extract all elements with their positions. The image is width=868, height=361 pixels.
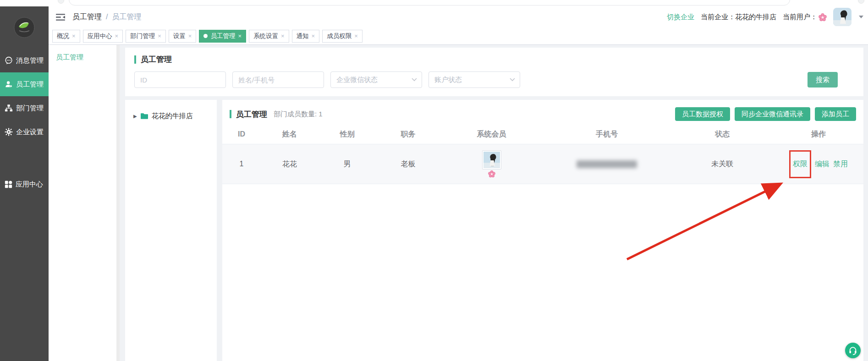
tab-app-center[interactable]: 应用中心 ×	[83, 30, 123, 43]
tab-close-icon[interactable]: ×	[115, 33, 119, 39]
company-logo	[0, 6, 49, 49]
sidebar-item-app-center[interactable]: 应用中心	[0, 172, 49, 196]
sidebar-item-label: 应用中心	[16, 180, 43, 189]
user-menu-caret-icon[interactable]	[859, 16, 863, 18]
current-user-label: 当前用户：	[783, 13, 817, 22]
account-status-placeholder: 账户状态	[434, 76, 462, 84]
tab-close-icon[interactable]: ×	[281, 33, 285, 39]
app-window: 消息管理 员工管理 部门管理	[0, 6, 868, 361]
tabbar: 概况 × 应用中心 × 部门管理 × 设置 × 员工管理 × 系统设置	[49, 27, 868, 45]
permission-link[interactable]: 权限	[793, 160, 808, 168]
content-area: 员工管理 企业微信状态 账户状态	[120, 45, 868, 361]
chevron-down-icon	[510, 78, 515, 82]
highlight-red-box: 权限	[789, 150, 811, 178]
tab-settings[interactable]: 设置 ×	[169, 30, 197, 43]
tab-system-settings[interactable]: 系统设置 ×	[249, 30, 289, 43]
sidebar-item-employees[interactable]: 员工管理	[0, 72, 49, 96]
id-input[interactable]	[134, 71, 226, 88]
gear-icon	[5, 128, 13, 136]
tab-notifications[interactable]: 通知 ×	[292, 30, 320, 43]
tab-close-icon[interactable]: ×	[158, 33, 161, 39]
sidebar-item-company-settings[interactable]: 企业设置	[0, 120, 49, 144]
message-icon	[5, 56, 13, 65]
tab-label: 成员权限	[327, 32, 352, 40]
add-employee-button[interactable]: 添加员工	[815, 107, 856, 121]
browser-address-bar[interactable]	[69, 0, 790, 5]
cell-status: 未关联	[671, 159, 774, 169]
sidebar-item-messages[interactable]: 消息管理	[0, 49, 49, 72]
wechat-status-select[interactable]: 企业微信状态	[330, 71, 422, 88]
cell-actions: 权限 编辑 禁用	[774, 150, 863, 178]
employee-icon	[5, 80, 13, 88]
tree-node-root[interactable]: ▶ 花花的牛排店	[133, 112, 217, 120]
member-count: 部门成员数量: 1	[274, 110, 323, 119]
column-header-member: 系统会员	[440, 130, 543, 139]
active-tab-dot	[203, 34, 208, 38]
sidebar-item-departments[interactable]: 部门管理	[0, 96, 49, 120]
tab-label: 部门管理	[130, 32, 155, 40]
employee-table-panel: 员工管理 部门成员数量: 1 员工数据授权 同步企业微信通讯录 添加员工 ID	[222, 100, 863, 361]
collapse-sidebar-button[interactable]	[56, 13, 65, 21]
breadcrumb: 员工管理 / 员工管理	[72, 12, 141, 22]
current-user: 当前用户：	[783, 12, 827, 22]
folder-icon	[140, 113, 148, 120]
user-avatar[interactable]	[833, 8, 852, 26]
browser-toolbar-sliver	[0, 0, 868, 6]
customer-service-button[interactable]	[845, 343, 861, 358]
breadcrumb-separator: /	[106, 13, 108, 21]
switch-company-link[interactable]: 切换企业	[667, 13, 694, 22]
column-header-name: 姓名	[261, 130, 319, 139]
sidebar-item-label: 员工管理	[16, 80, 44, 89]
table-column-headers: ID 姓名 性别 职务 系统会员 手机号 状态 操作	[222, 125, 863, 144]
tree-node-label: 花花的牛排店	[152, 112, 193, 120]
title-accent-bar	[230, 110, 231, 118]
tab-departments[interactable]: 部门管理 ×	[126, 30, 166, 43]
tab-label: 设置	[173, 32, 186, 40]
hamburger-fold-icon	[56, 13, 65, 21]
tab-member-permissions[interactable]: 成员权限 ×	[322, 30, 363, 43]
wechat-status-placeholder: 企业微信状态	[336, 76, 378, 84]
topbar-right: 切换企业 当前企业：花花的牛排店 当前用户：	[667, 8, 863, 26]
logo-icon	[12, 16, 36, 39]
tab-overview[interactable]: 概况 ×	[52, 30, 80, 43]
filter-title-text: 员工管理	[141, 54, 172, 65]
sync-wechat-contacts-button[interactable]: 同步企业微信通讯录	[735, 107, 810, 121]
tab-label: 概况	[57, 32, 69, 40]
main-area: 员工管理 / 员工管理 切换企业 当前企业：花花的牛排店 当前用户：	[49, 6, 868, 361]
flower-emoji-icon	[819, 13, 827, 22]
secondary-nav-item-employees[interactable]: 员工管理	[56, 53, 116, 62]
tree-expand-caret-icon[interactable]: ▶	[133, 114, 137, 119]
sidebar-item-label: 消息管理	[16, 56, 44, 65]
data-authorize-button[interactable]: 员工数据授权	[675, 107, 730, 121]
table-toolbar: 员工数据授权 同步企业微信通讯录 添加员工	[675, 107, 856, 121]
breadcrumb-item[interactable]: 员工管理	[72, 12, 102, 22]
tab-label: 通知	[297, 32, 309, 40]
topbar: 员工管理 / 员工管理 切换企业 当前企业：花花的牛排店 当前用户：	[49, 6, 868, 27]
current-company-name: 花花的牛排店	[735, 13, 776, 21]
cell-id: 1	[222, 160, 261, 168]
table-title: 员工管理	[230, 109, 267, 120]
filter-card-title: 员工管理	[134, 54, 854, 65]
edit-link[interactable]: 编辑	[815, 159, 830, 169]
disable-link[interactable]: 禁用	[833, 159, 848, 169]
tab-employees-active[interactable]: 员工管理 ×	[199, 30, 246, 43]
column-header-gender: 性别	[319, 130, 376, 139]
name-phone-input[interactable]	[232, 71, 324, 88]
workspace: 员工管理 员工管理 企业微信状态	[49, 45, 868, 361]
tab-close-icon[interactable]: ×	[188, 33, 192, 39]
chevron-down-icon	[412, 78, 417, 82]
account-status-select[interactable]: 账户状态	[429, 71, 520, 88]
sidebar-item-label: 部门管理	[16, 104, 44, 113]
table-header-bar: 员工管理 部门成员数量: 1 员工数据授权 同步企业微信通讯录 添加员工	[222, 107, 863, 121]
tab-close-icon[interactable]: ×	[312, 33, 315, 39]
sidebar: 消息管理 员工管理 部门管理	[0, 6, 49, 361]
title-accent-bar	[134, 55, 136, 64]
tab-close-icon[interactable]: ×	[72, 33, 76, 39]
search-button[interactable]: 搜索	[808, 72, 838, 88]
secondary-nav: 员工管理	[49, 45, 116, 361]
tab-close-icon[interactable]: ×	[238, 33, 242, 39]
redacted-phone-number	[577, 160, 637, 168]
tab-label: 应用中心	[88, 32, 112, 40]
filter-card: 员工管理 企业微信状态 账户状态	[125, 48, 863, 96]
tab-close-icon[interactable]: ×	[354, 33, 358, 39]
